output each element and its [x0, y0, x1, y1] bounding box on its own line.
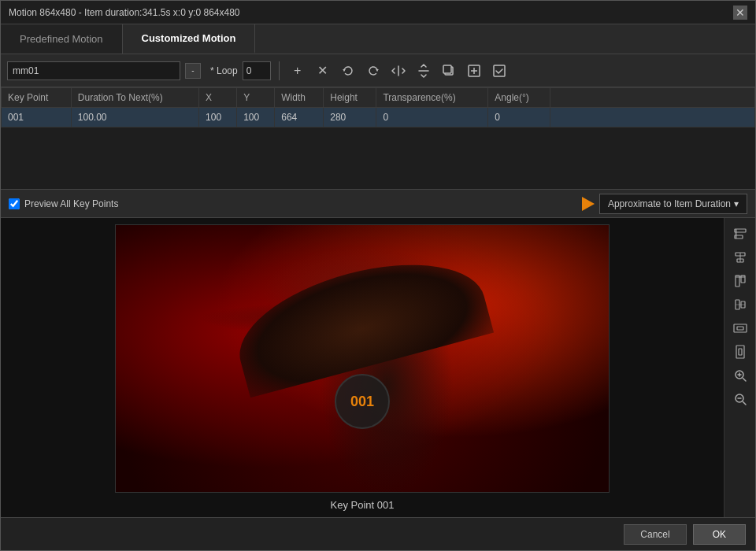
svg-line-25 [743, 402, 746, 405]
cell-duration: 100.00 [71, 108, 198, 128]
svg-rect-14 [736, 305, 745, 305]
col-transparence: Transparence(%) [376, 88, 488, 108]
preview-bar: Preview All Key Points Approximate to It… [1, 190, 755, 218]
preview-all-label[interactable]: Preview All Key Points [9, 198, 118, 209]
video-frame: 001 [115, 224, 610, 493]
col-angle: Angle(°) [488, 88, 550, 108]
zoom-out-icon[interactable] [728, 388, 752, 410]
table-row[interactable]: 001 100.00 100 100 664 280 0 0 [2, 108, 755, 128]
play-button[interactable] [577, 193, 599, 215]
cell-height: 280 [324, 108, 376, 128]
edit-icon[interactable] [464, 61, 484, 81]
align-center-h-icon[interactable] [728, 246, 752, 268]
loop-label: * Loop [210, 65, 238, 76]
svg-rect-1 [443, 65, 451, 73]
edit2-icon[interactable] [489, 61, 510, 81]
main-content: 001 Key Point 001 [1, 218, 755, 517]
keypoint-label: Key Point 001 [331, 499, 395, 511]
cell-angle: 0 [488, 108, 550, 128]
window-title: Motion 864x480 - Item duration:341.5s x:… [9, 7, 240, 18]
play-icon [582, 197, 595, 211]
sidebar-tools [724, 218, 755, 517]
align-middle-v-icon[interactable] [728, 294, 752, 316]
toolbar: - * Loop + ✕ [1, 54, 755, 87]
preview-area: 001 Key Point 001 [1, 218, 724, 517]
rotate-left-icon[interactable] [338, 61, 358, 81]
approximate-button[interactable]: Approximate to Item Duration ▾ [599, 194, 747, 214]
title-bar: Motion 864x480 - Item duration:341.5s x:… [1, 1, 755, 24]
dropdown-arrow: ▾ [734, 198, 739, 209]
copy-icon[interactable] [439, 61, 459, 81]
preview-all-checkbox[interactable] [9, 198, 20, 209]
svg-rect-19 [739, 349, 742, 355]
cancel-button[interactable]: Cancel [624, 524, 686, 545]
svg-rect-18 [736, 346, 744, 358]
main-window: Motion 864x480 - Item duration:341.5s x:… [0, 0, 756, 551]
rotate-right-icon[interactable] [363, 61, 384, 81]
cell-x: 100 [199, 108, 237, 128]
add-keypoint-icon[interactable]: + [287, 61, 308, 81]
zoom-in-icon[interactable] [728, 364, 752, 386]
fit-width-icon[interactable] [728, 317, 752, 339]
flip-v-icon[interactable] [413, 61, 434, 81]
bottom-bar: Cancel OK [1, 517, 755, 550]
cell-width: 664 [275, 108, 324, 128]
separator-1 [279, 61, 280, 80]
svg-rect-8 [739, 253, 741, 262]
svg-line-21 [743, 379, 746, 382]
minimize-button[interactable]: - [185, 63, 201, 79]
cell-transparence: 0 [376, 108, 488, 128]
align-top-icon[interactable] [728, 270, 752, 292]
svg-rect-17 [737, 327, 743, 330]
cell-keypoint: 001 [2, 108, 72, 128]
keypoint-badge: 001 [335, 374, 390, 429]
delete-keypoint-icon[interactable]: ✕ [313, 61, 333, 81]
tab-predefined[interactable]: Predefined Motion [1, 24, 123, 54]
svg-rect-3 [494, 65, 505, 76]
ok-button[interactable]: OK [693, 524, 746, 545]
tab-customized[interactable]: Customized Motion [123, 24, 256, 54]
col-keypoint: Key Point [2, 88, 72, 108]
loop-input[interactable] [243, 61, 271, 80]
col-width: Width [275, 88, 324, 108]
keypoint-table: Key Point Duration To Next(%) X Y Width … [1, 87, 755, 190]
fit-height-icon[interactable] [728, 341, 752, 363]
col-x: X [199, 88, 237, 108]
tabs-bar: Predefined Motion Customized Motion [1, 24, 755, 54]
cell-y: 100 [237, 108, 275, 128]
col-duration: Duration To Next(%) [71, 88, 198, 108]
col-y: Y [237, 88, 275, 108]
flip-h-icon[interactable] [388, 61, 409, 81]
col-height: Height [324, 88, 376, 108]
close-button[interactable]: ✕ [733, 6, 747, 20]
align-left-icon[interactable] [728, 223, 752, 245]
svg-rect-16 [734, 324, 747, 332]
motion-name-input[interactable] [7, 61, 180, 80]
